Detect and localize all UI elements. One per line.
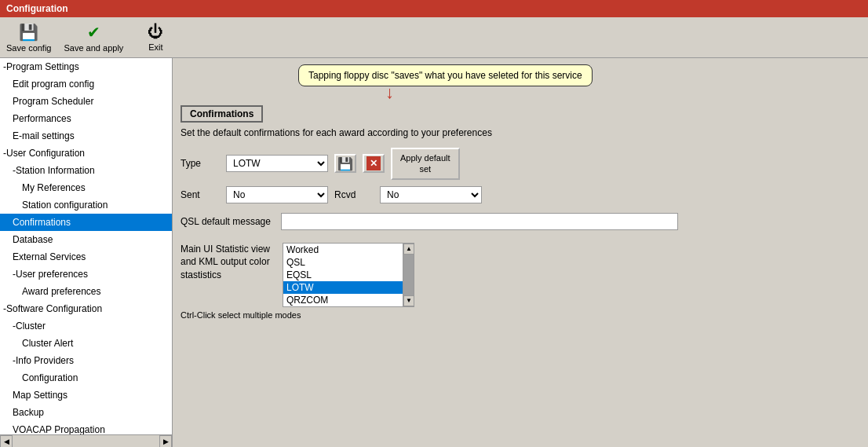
sidebar-item-database[interactable]: Database <box>0 231 172 248</box>
sidebar-item-software-configuration[interactable]: -Software Configuration <box>0 300 172 317</box>
apply-default-button[interactable]: Apply defaultset <box>391 148 460 180</box>
sidebar-item-cluster[interactable]: -Cluster <box>0 317 172 335</box>
sidebar-item-station-information[interactable]: -Station Information <box>0 162 172 179</box>
save-apply-label: Save and apply <box>64 43 123 53</box>
ctrl-click-hint: Ctrl-Click select multiple modes <box>181 310 860 320</box>
stats-item-qrzcom[interactable]: QRZCOM <box>283 294 414 306</box>
stats-listbox-container: Worked QSL EQSL LOTW QRZCOM ▲ ▼ <box>283 243 414 307</box>
stats-item-lotw[interactable]: LOTW <box>283 281 414 294</box>
sidebar-item-user-configuration[interactable]: -User Configuration <box>0 145 172 162</box>
sent-label: Sent <box>181 189 220 200</box>
tooltip-arrow: ↓ <box>385 82 394 103</box>
sidebar-item-performances[interactable]: Performances <box>0 110 172 127</box>
sent-rcvd-row: Sent No Yes Rcvd No Yes <box>181 186 860 203</box>
qsl-row: QSL default message <box>181 213 860 230</box>
type-select[interactable]: LOTW QSL EQSL QRZCOM <box>226 155 328 172</box>
sidebar-scroll[interactable]: -Program SettingsEdit program configProg… <box>0 58 172 447</box>
section-description: Set the default confirmations for each a… <box>181 127 860 138</box>
main-layout: -Program SettingsEdit program configProg… <box>0 58 868 447</box>
type-row: Type LOTW QSL EQSL QRZCOM 💾 ✕ Apply defa… <box>181 148 860 180</box>
stats-scroll-down[interactable]: ▼ <box>403 295 414 306</box>
floppy-save-button[interactable]: 💾 <box>334 154 356 173</box>
tooltip-text: Tapping floppy disc "saves" what you hav… <box>308 70 582 81</box>
sidebar-item-external-services[interactable]: External Services <box>0 248 172 266</box>
sidebar-item-map-settings[interactable]: Map Settings <box>0 387 172 404</box>
stats-item-eqsl[interactable]: EQSL <box>283 269 414 281</box>
sidebar-item-email-settings[interactable]: E-mail settings <box>0 127 172 145</box>
rcvd-label: Rcvd <box>334 189 374 200</box>
sidebar-item-backup[interactable]: Backup <box>0 404 172 421</box>
save-config-button[interactable]: 💾 Save config <box>6 23 51 53</box>
stats-listbox[interactable]: Worked QSL EQSL LOTW QRZCOM ▲ ▼ <box>283 243 414 307</box>
title-bar: Configuration <box>0 0 868 17</box>
sidebar: -Program SettingsEdit program configProg… <box>0 58 173 447</box>
stats-scroll-up[interactable]: ▲ <box>403 244 414 255</box>
sent-select[interactable]: No Yes <box>226 186 328 203</box>
stats-item-qsl[interactable]: QSL <box>283 256 414 269</box>
sidebar-item-configuration[interactable]: Configuration <box>0 369 172 387</box>
sidebar-item-program-settings[interactable]: -Program Settings <box>0 58 172 75</box>
qsl-label: QSL default message <box>181 216 275 227</box>
save-config-icon: 💾 <box>19 23 38 42</box>
qsl-input[interactable] <box>281 213 678 230</box>
stats-scroll-track <box>403 255 414 295</box>
sidebar-item-edit-program-config[interactable]: Edit program config <box>0 75 172 93</box>
stats-area: Main UI Statistic viewand KML output col… <box>181 243 860 307</box>
stats-scrollbar: ▲ ▼ <box>403 244 414 306</box>
hscroll-left-button[interactable]: ◀ <box>0 435 13 448</box>
exit-icon: ⏻ <box>148 23 163 41</box>
section-header: Confirmations <box>181 105 263 123</box>
sidebar-item-cluster-alert[interactable]: Cluster Alert <box>0 335 172 352</box>
sidebar-item-confirmations[interactable]: Confirmations <box>0 214 172 231</box>
toolbar: 💾 Save config ✔ Save and apply ⏻ Exit <box>0 17 868 58</box>
content-area: Tapping floppy disc "saves" what you hav… <box>173 58 868 447</box>
title-bar-label: Configuration <box>6 3 68 14</box>
sidebar-item-award-preferences[interactable]: Award preferences <box>0 283 172 300</box>
stats-label: Main UI Statistic viewand KML output col… <box>181 243 270 282</box>
sidebar-item-my-references[interactable]: My References <box>0 179 172 196</box>
cancel-x-icon: ✕ <box>367 156 381 170</box>
tooltip-balloon: Tapping floppy disc "saves" what you hav… <box>298 64 593 86</box>
rcvd-select[interactable]: No Yes <box>380 186 482 203</box>
cancel-button[interactable]: ✕ <box>363 154 385 173</box>
sidebar-item-station-configuration[interactable]: Station configuration <box>0 196 172 214</box>
sidebar-hscroll: ◀ ▶ <box>0 434 172 447</box>
hscroll-right-button[interactable]: ▶ <box>159 435 172 448</box>
save-apply-icon: ✔ <box>87 23 100 42</box>
exit-button[interactable]: ⏻ Exit <box>136 23 175 52</box>
sidebar-item-info-providers[interactable]: -Info Providers <box>0 352 172 369</box>
type-label: Type <box>181 158 220 169</box>
save-config-label: Save config <box>6 43 51 53</box>
stats-item-worked[interactable]: Worked <box>283 244 414 256</box>
exit-label: Exit <box>148 42 162 52</box>
hscroll-track <box>13 435 159 448</box>
section-title: Confirmations <box>190 108 253 119</box>
save-apply-button[interactable]: ✔ Save and apply <box>64 23 123 53</box>
sidebar-item-user-preferences[interactable]: -User preferences <box>0 266 172 283</box>
sidebar-item-program-scheduler[interactable]: Program Scheduler <box>0 93 172 110</box>
